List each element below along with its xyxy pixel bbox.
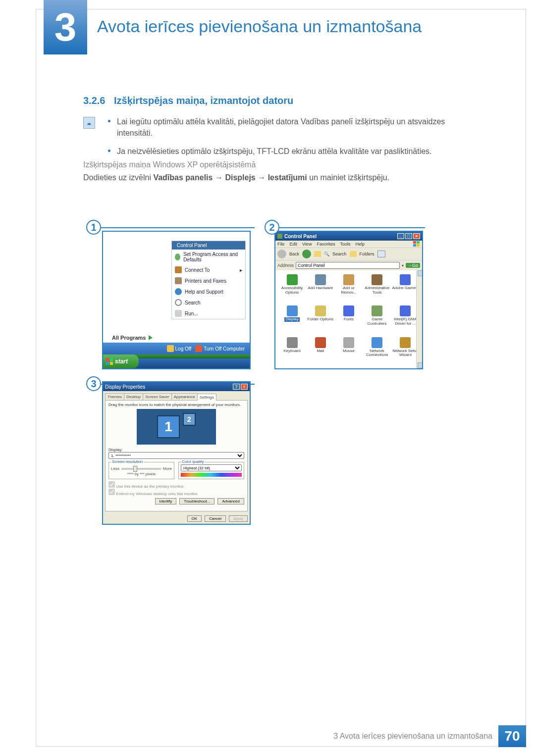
- chapter-badge: 3: [44, 0, 87, 54]
- address-input[interactable]: [296, 262, 400, 269]
- advanced-button[interactable]: Advanced: [217, 498, 244, 504]
- menu-view[interactable]: View: [302, 242, 312, 247]
- cp-item-keyboard[interactable]: Keyboard: [278, 337, 306, 366]
- primary-monitor-checkbox[interactable]: Use this device as the primary monitor.: [108, 481, 244, 489]
- section-title: Izšķirtspējas maiņa, izmantojot datoru: [114, 95, 293, 106]
- connect-icon: [175, 266, 182, 273]
- monitor-arrangement[interactable]: 1 2: [137, 409, 216, 445]
- cp-item-mail[interactable]: Mail: [307, 337, 334, 366]
- cp-item-label: Fonts: [344, 317, 354, 322]
- cp-item-add-hardware[interactable]: Add Hardware: [307, 274, 334, 303]
- troubleshoot-button[interactable]: Troubleshoot...: [179, 498, 214, 504]
- menu-edit[interactable]: Edit: [290, 242, 298, 247]
- cp-item-label: Folder Options: [308, 317, 333, 322]
- menu-help[interactable]: Help: [355, 242, 365, 247]
- color-quality-group: Color quality Highest (32 bit): [178, 462, 244, 479]
- tab-appearance[interactable]: Appearance: [171, 393, 198, 400]
- start-menu-header[interactable]: Control Panel: [172, 241, 245, 250]
- dialog-titlebar: Display Properties ? ×: [103, 382, 250, 391]
- cp-item-administrative-tools[interactable]: Administrative Tools: [364, 274, 391, 303]
- resolution-slider[interactable]: Less More: [111, 466, 172, 471]
- program-access-icon: [175, 253, 180, 260]
- cp-item-icon: [343, 305, 354, 316]
- cp-item-icon: [315, 337, 326, 348]
- tab-desktop[interactable]: Desktop: [124, 393, 143, 400]
- start-item-connect[interactable]: Connect To▸: [172, 264, 245, 275]
- address-bar: Address ▾ → Go: [275, 260, 422, 270]
- folders-icon[interactable]: [350, 251, 357, 257]
- start-item-run[interactable]: Run...: [172, 308, 245, 319]
- ok-button[interactable]: OK: [187, 515, 202, 522]
- close-button[interactable]: ×: [241, 384, 248, 390]
- dropdown-icon[interactable]: ▾: [402, 263, 404, 268]
- instruction: Dodieties uz izvēlni Vadības panelis → D…: [83, 173, 389, 182]
- search-icon[interactable]: 🔍: [324, 252, 329, 256]
- cp-item-game-controllers[interactable]: Game Controllers: [364, 305, 391, 335]
- cp-item-add-or-remov-[interactable]: Add or Remov...: [335, 274, 362, 303]
- cp-item-icon: [372, 274, 382, 285]
- cp-item-network-setup-wizard[interactable]: Network Setup Wizard: [392, 337, 419, 366]
- maximize-button[interactable]: □: [405, 233, 412, 239]
- drag-hint: Drag the monitor icons to match the phys…: [108, 403, 244, 407]
- cp-item-icon: [372, 337, 382, 348]
- figure-2-control-panel: Control Panel _ □ × File Edit View Favor…: [274, 231, 423, 369]
- cp-item-icon: [343, 274, 354, 285]
- close-button[interactable]: ×: [413, 233, 420, 239]
- cp-item-label: Intel(R) GMA Driver for ...: [392, 317, 419, 326]
- color-quality-select[interactable]: Highest (32 bit): [181, 464, 242, 471]
- subheading: Izšķirtspējas maiņa Windows XP operētājs…: [83, 160, 256, 169]
- windows-flag-icon: [413, 241, 420, 247]
- tab-settings[interactable]: Settings: [197, 394, 216, 401]
- menu-favorites[interactable]: Favorites: [317, 242, 335, 247]
- cp-item-accessibility-options[interactable]: Accessibility Options: [278, 274, 306, 303]
- cp-item-display[interactable]: Display: [278, 305, 306, 335]
- cp-item-adobe-gamma[interactable]: Adobe Gamma: [392, 274, 419, 303]
- callout-line-1: [101, 227, 255, 228]
- up-icon[interactable]: [314, 251, 321, 257]
- cp-item-icon: [287, 337, 298, 348]
- cp-item-fonts[interactable]: Fonts: [335, 305, 362, 335]
- apply-button[interactable]: Apply: [229, 515, 248, 522]
- screen-resolution-group: Screen resolution Less More **** by *** …: [108, 462, 174, 479]
- cp-item-network-connections[interactable]: Network Connections: [364, 337, 391, 366]
- scrollbar[interactable]: [416, 270, 422, 368]
- svg-rect-3: [417, 244, 420, 247]
- identify-button[interactable]: Identify: [155, 498, 177, 504]
- cp-item-intel-r-gma-driver-for-[interactable]: Intel(R) GMA Driver for ...: [392, 305, 419, 335]
- turn-off-button[interactable]: Turn Off Computer: [195, 345, 245, 352]
- start-item-spad[interactable]: Set Program Access and Defaults: [172, 250, 245, 264]
- monitor-2[interactable]: 2: [183, 413, 196, 426]
- svg-rect-1: [417, 241, 420, 244]
- menu-file[interactable]: File: [277, 242, 285, 247]
- go-button[interactable]: → Go: [406, 263, 420, 268]
- monitor-1[interactable]: 1: [157, 415, 180, 438]
- cp-item-label: Administrative Tools: [364, 286, 391, 295]
- cp-item-icon: [315, 305, 326, 316]
- start-item-printers[interactable]: Printers and Faxes: [172, 275, 245, 286]
- menu-tools[interactable]: Tools: [340, 242, 350, 247]
- control-panel-grid: Accessibility OptionsAdd HardwareAdd or …: [275, 270, 422, 368]
- start-menu-panel: Control Panel Set Program Access and Def…: [171, 241, 246, 319]
- cp-item-folder-options[interactable]: Folder Options: [307, 305, 334, 335]
- extend-desktop-checkbox[interactable]: Extend my Windows desktop onto this moni…: [108, 489, 244, 496]
- back-button[interactable]: [277, 250, 286, 258]
- resolution-value: **** by *** pixels: [111, 472, 172, 476]
- log-off-button[interactable]: Log Off: [167, 345, 192, 352]
- tab-themes[interactable]: Themes: [105, 393, 124, 400]
- cp-item-mouse[interactable]: Mouse: [335, 337, 362, 366]
- start-item-help[interactable]: Help and Support: [172, 286, 245, 297]
- cp-item-icon: [372, 305, 382, 316]
- cp-item-label: Accessibility Options: [278, 286, 306, 295]
- chevron-right-icon: ▸: [240, 267, 242, 273]
- help-button[interactable]: ?: [233, 384, 240, 390]
- logoff-bar: Log Off Turn Off Computer: [103, 343, 250, 354]
- tab-screensaver[interactable]: Screen Saver: [143, 393, 171, 400]
- views-button[interactable]: [377, 251, 385, 257]
- start-button[interactable]: start: [103, 354, 139, 368]
- cancel-button[interactable]: Cancel: [205, 515, 226, 522]
- all-programs[interactable]: All Programs: [112, 335, 153, 341]
- display-select[interactable]: 1. **********: [108, 452, 244, 459]
- start-item-search[interactable]: Search: [172, 297, 245, 308]
- forward-button[interactable]: [302, 250, 311, 258]
- minimize-button[interactable]: _: [397, 233, 404, 239]
